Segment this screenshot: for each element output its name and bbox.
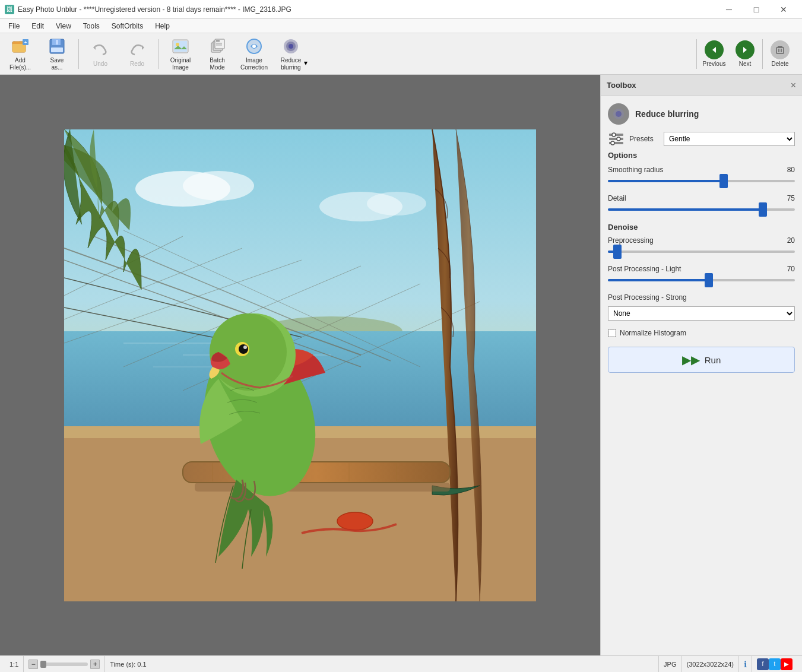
batch-mode-button[interactable]: BatchMode	[199, 36, 235, 72]
denoise-label: Denoise	[608, 223, 795, 232]
toolbar-sep-2	[159, 39, 159, 69]
reduce-blurring-button[interactable]: Reduceblurring	[273, 36, 309, 72]
original-image-button[interactable]: OriginalImage	[163, 36, 198, 72]
redo-label: Redo	[130, 61, 144, 68]
post-light-value: 70	[777, 265, 795, 273]
zoom-slider-thumb[interactable]	[40, 661, 46, 668]
svg-rect-24	[776, 47, 784, 53]
window-controls: ─ □ ✕	[715, 0, 797, 19]
post-strong-row: Post Processing - Strong	[608, 293, 795, 302]
preprocessing-slider-container	[608, 247, 795, 256]
smoothing-radius-fill	[608, 180, 724, 182]
smoothing-radius-value: 80	[777, 166, 795, 174]
next-button[interactable]: Next	[730, 36, 760, 72]
minimize-button[interactable]: ─	[715, 0, 743, 19]
smoothing-radius-thumb[interactable]	[719, 174, 728, 188]
svg-point-70	[612, 133, 616, 137]
toolbar-dropdown-arrow[interactable]: ▾	[304, 36, 308, 72]
delete-label: Delete	[772, 61, 789, 67]
presets-select[interactable]: Gentle Moderate Strong Custom	[664, 132, 795, 146]
svg-rect-16	[216, 45, 222, 46]
format-value: JPG	[664, 661, 676, 668]
run-label: Run	[705, 355, 721, 365]
save-as-label: Saveas...	[50, 57, 64, 71]
toolbar-nav: Previous Next Delete	[695, 36, 800, 72]
maximize-button[interactable]: □	[743, 0, 770, 19]
svg-rect-68	[609, 138, 623, 140]
toolbox-close-button[interactable]: ×	[791, 80, 796, 91]
detail-label: Detail	[608, 194, 777, 202]
smoothing-radius-label: Smoothing radius	[608, 166, 777, 174]
nav-sep-2	[762, 39, 763, 69]
preprocessing-track	[608, 251, 795, 253]
svg-point-64	[243, 345, 247, 349]
zoom-buttons: − +	[24, 656, 105, 672]
batch-mode-label: BatchMode	[210, 57, 225, 71]
svg-rect-7	[51, 47, 63, 52]
smoothing-radius-track	[608, 180, 795, 182]
menu-file[interactable]: File	[2, 21, 26, 31]
twitter-icon[interactable]: t	[769, 658, 781, 670]
menu-tools[interactable]: Tools	[77, 21, 106, 31]
next-icon	[736, 40, 755, 59]
info-icon-container[interactable]: ℹ	[739, 656, 752, 672]
reduce-blurring-icon	[281, 37, 300, 56]
delete-button[interactable]: Delete	[765, 36, 795, 72]
menu-help[interactable]: Help	[149, 21, 176, 31]
normalize-label[interactable]: Normalize Histogram	[620, 329, 686, 337]
add-files-label: AddFile(s)...	[9, 57, 31, 71]
redo-button[interactable]: Redo	[119, 36, 155, 72]
post-strong-label: Post Processing - Strong	[608, 293, 795, 302]
previous-label: Previous	[703, 61, 726, 67]
preprocessing-thumb[interactable]	[613, 245, 622, 259]
toolbox-header: Toolbox ×	[601, 75, 802, 96]
run-button[interactable]: ▶▶ Run	[608, 347, 795, 373]
youtube-icon[interactable]: ▶	[781, 658, 793, 670]
normalize-histogram-row: Normalize Histogram	[608, 329, 795, 337]
presets-row: Presets Gentle Moderate Strong Custom	[608, 132, 795, 146]
image-correction-button[interactable]: ImageCorrection	[236, 36, 272, 72]
zoom-in-button[interactable]: +	[90, 660, 100, 669]
delete-icon	[771, 40, 790, 59]
original-image-label: OriginalImage	[170, 57, 191, 71]
svg-point-19	[252, 45, 256, 48]
post-strong-select[interactable]: None Light Moderate Strong	[608, 306, 795, 321]
svg-point-31	[367, 192, 426, 215]
detail-group: Detail 75	[608, 194, 795, 214]
toolbox-panel: Toolbox × Reduce blurring	[600, 75, 802, 655]
zoom-slider-track	[40, 663, 88, 666]
post-light-row: Post Processing - Light 70	[608, 265, 795, 273]
menu-edit[interactable]: Edit	[26, 21, 50, 31]
svg-rect-67	[609, 134, 623, 136]
post-light-fill	[608, 279, 709, 281]
zoom-value: 1:1	[9, 661, 18, 668]
detail-thumb[interactable]	[759, 202, 767, 217]
svg-point-10	[176, 43, 179, 46]
undo-button[interactable]: Undo	[83, 36, 118, 72]
previous-button[interactable]: Previous	[699, 36, 729, 72]
facebook-icon[interactable]: f	[757, 658, 769, 670]
svg-point-63	[239, 344, 248, 354]
zoom-out-button[interactable]: −	[28, 660, 38, 669]
detail-slider-container	[608, 205, 795, 214]
post-light-group: Post Processing - Light 70	[608, 265, 795, 285]
detail-track	[608, 208, 795, 211]
social-icons: f t ▶	[752, 656, 797, 672]
reduce-blurring-section-icon	[608, 103, 629, 125]
options-label: Options	[608, 151, 795, 160]
main-area: Toolbox × Reduce blurring	[0, 75, 802, 655]
toolbox-title: Toolbox	[607, 81, 636, 90]
save-as-button[interactable]: Saveas...	[39, 36, 75, 72]
previous-icon	[705, 40, 724, 59]
post-light-thumb[interactable]	[705, 273, 713, 287]
undo-icon	[91, 40, 110, 59]
nav-separator	[696, 39, 697, 69]
menu-view[interactable]: View	[50, 21, 77, 31]
original-image-icon	[171, 37, 190, 56]
add-files-button[interactable]: + AddFile(s)...	[2, 36, 38, 72]
svg-point-58	[337, 512, 373, 530]
add-files-icon: +	[11, 37, 30, 56]
normalize-checkbox[interactable]	[608, 329, 616, 337]
close-button[interactable]: ✕	[770, 0, 797, 19]
menu-softorbits[interactable]: SoftOrbits	[106, 21, 149, 31]
